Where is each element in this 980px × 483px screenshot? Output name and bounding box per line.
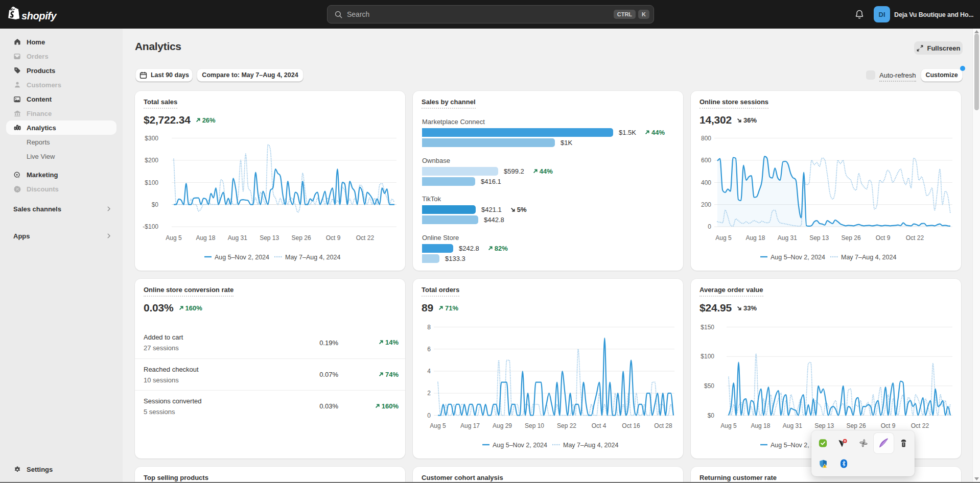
svg-text:800: 800 (701, 135, 711, 142)
svg-text:May 7–Aug 4, 2024: May 7–Aug 4, 2024 (841, 254, 896, 261)
svg-text:6: 6 (427, 346, 431, 353)
svg-text:Aug 5: Aug 5 (715, 234, 732, 242)
svg-text:$200: $200 (145, 157, 158, 164)
svg-text:$50: $50 (704, 382, 714, 390)
svg-text:Oct 28: Oct 28 (654, 422, 672, 429)
svg-text:Oct 9: Oct 9 (326, 234, 341, 242)
svg-text:2: 2 (427, 390, 431, 397)
svg-text:Aug 5: Aug 5 (430, 422, 446, 429)
svg-text:Aug 17: Aug 17 (460, 422, 480, 429)
svg-text:shopify: shopify (21, 10, 57, 21)
svg-text:$100: $100 (145, 179, 158, 186)
svg-text:$0: $0 (152, 201, 159, 208)
svg-text:Aug 5–Nov 2, 2024: Aug 5–Nov 2, 2024 (215, 254, 269, 261)
svg-text:$300: $300 (145, 135, 158, 142)
svg-text:200: 200 (701, 201, 711, 208)
svg-text:Aug 5: Aug 5 (720, 422, 737, 429)
svg-text:Sep 26: Sep 26 (847, 422, 866, 429)
svg-text:Sep 26: Sep 26 (842, 234, 861, 242)
svg-text:Aug 31: Aug 31 (228, 234, 247, 242)
svg-text:Aug 5: Aug 5 (166, 234, 182, 242)
svg-text:Aug 18: Aug 18 (196, 234, 215, 242)
svg-text:May 7–Aug 4, 2024: May 7–Aug 4, 2024 (563, 442, 618, 449)
svg-text:Oct 22: Oct 22 (356, 234, 375, 242)
svg-text:Sep 13: Sep 13 (809, 234, 829, 242)
svg-text:Sep 13: Sep 13 (814, 422, 834, 429)
svg-text:Sep 22: Sep 22 (557, 422, 576, 429)
svg-text:Oct 16: Oct 16 (622, 422, 640, 429)
svg-text:Oct 9: Oct 9 (881, 422, 896, 429)
svg-text:8: 8 (427, 324, 431, 331)
svg-text:0: 0 (427, 412, 431, 419)
svg-text:600: 600 (701, 157, 711, 164)
svg-text:400: 400 (701, 179, 711, 186)
svg-text:Aug 31: Aug 31 (783, 422, 802, 429)
svg-text:$100: $100 (701, 353, 714, 360)
svg-text:Aug 18: Aug 18 (751, 422, 770, 429)
svg-text:Sep 13: Sep 13 (260, 234, 279, 242)
svg-text:Sep 26: Sep 26 (292, 234, 311, 242)
svg-text:Oct 22: Oct 22 (911, 422, 929, 429)
svg-text:Oct 9: Oct 9 (876, 234, 891, 242)
svg-text:Aug 18: Aug 18 (745, 234, 765, 242)
svg-text:0: 0 (708, 223, 711, 230)
svg-text:$150: $150 (701, 324, 714, 331)
svg-text:-$100: -$100 (143, 223, 158, 230)
svg-text:Aug 5–Nov 2, 2024: Aug 5–Nov 2, 2024 (493, 442, 547, 449)
svg-text:May 7–Aug 4, 2024: May 7–Aug 4, 2024 (285, 254, 340, 261)
svg-text:Aug 5–Nov 2, 2024: Aug 5–Nov 2, 2024 (771, 254, 825, 261)
svg-text:Aug 29: Aug 29 (493, 422, 512, 429)
svg-text:$0: $0 (708, 412, 715, 419)
svg-text:Sep 10: Sep 10 (525, 422, 544, 429)
svg-text:Oct 4: Oct 4 (592, 422, 606, 429)
svg-text:Aug 31: Aug 31 (778, 234, 797, 242)
svg-text:4: 4 (427, 368, 431, 375)
svg-text:Oct 22: Oct 22 (906, 234, 924, 242)
